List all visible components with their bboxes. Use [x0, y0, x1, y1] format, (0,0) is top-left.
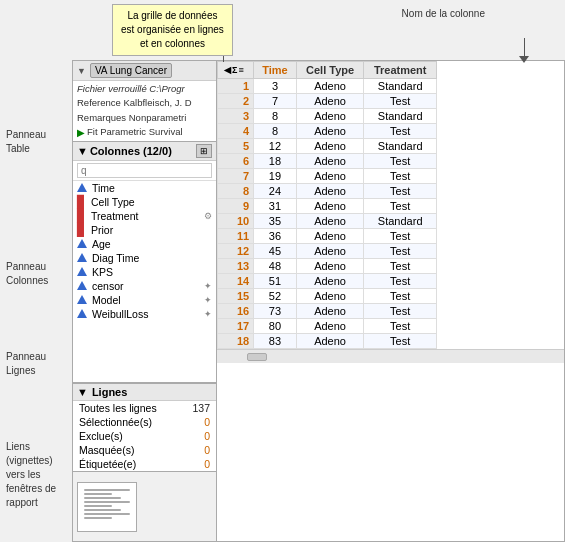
rows-panel: ▼ Lignes Toutes les lignes137Sélectionné…: [73, 383, 216, 471]
row-number: 1: [218, 79, 254, 94]
cell-type: Adeno: [296, 139, 364, 154]
rows-count: 137: [181, 401, 216, 415]
play-icon: ▶: [77, 125, 85, 140]
cell-time: 24: [254, 184, 297, 199]
label-rows: Panneau Lignes: [0, 330, 72, 430]
cell-time: 31: [254, 199, 297, 214]
cell-type: Adeno: [296, 109, 364, 124]
column-item[interactable]: ▊Prior: [73, 223, 216, 237]
rows-label: Masquée(s): [73, 443, 181, 457]
column-item[interactable]: Time: [73, 181, 216, 195]
column-item[interactable]: ▊Treatment⚙: [73, 209, 216, 223]
column-badge: ✦: [204, 281, 212, 291]
cell-treatment: Test: [364, 94, 437, 109]
rows-table-row: Étiquetée(e)0: [73, 457, 216, 471]
cell-time: 8: [254, 109, 297, 124]
cell-time: 51: [254, 274, 297, 289]
table-row: 1552AdenoTest: [218, 289, 437, 304]
table-row: 719AdenoTest: [218, 169, 437, 184]
column-name: censor: [92, 280, 201, 292]
cell-type: Adeno: [296, 199, 364, 214]
cell-time: 3: [254, 79, 297, 94]
column-name: KPS: [92, 266, 212, 278]
table-row: 48AdenoTest: [218, 124, 437, 139]
table-fit: Fit Parametric Survival: [87, 125, 183, 139]
rows-table-row: Exclue(s)0: [73, 429, 216, 443]
column-item[interactable]: Diag Time: [73, 251, 216, 265]
rows-count: 0: [181, 415, 216, 429]
table-row: 1136AdenoTest: [218, 229, 437, 244]
column-item[interactable]: ▊Cell Type: [73, 195, 216, 209]
links-panel: [73, 471, 216, 541]
table-row: 824AdenoTest: [218, 184, 437, 199]
cell-treatment: Test: [364, 199, 437, 214]
row-number: 6: [218, 154, 254, 169]
table-sum-button[interactable]: Σ: [232, 65, 237, 75]
table-filter-button[interactable]: ≡: [238, 65, 243, 75]
column-item[interactable]: Model✦: [73, 293, 216, 307]
columns-grid-button[interactable]: ⊞: [196, 144, 212, 158]
panels-and-table: ▼ VA Lung Cancer Fichier verrouillé C:\P…: [72, 60, 565, 542]
column-icon: [77, 294, 87, 306]
time-header[interactable]: Time: [254, 62, 297, 79]
table-row: 1451AdenoTest: [218, 274, 437, 289]
data-table-wrapper[interactable]: ◀ Σ ≡ Time Cell Type Treatment 13AdenoSt…: [217, 60, 565, 542]
table-row: 38AdenoStandard: [218, 109, 437, 124]
cell-time: 48: [254, 259, 297, 274]
rows-label: Exclue(s): [73, 429, 181, 443]
column-item[interactable]: Age: [73, 237, 216, 251]
tooltip-box: La grille de données est organisée en li…: [112, 4, 233, 56]
rows-label: Toutes les lignes: [73, 401, 181, 415]
table-panel-triangle[interactable]: ▼: [77, 66, 86, 76]
scroll-indicator[interactable]: [217, 349, 564, 363]
row-number: 2: [218, 94, 254, 109]
column-item[interactable]: WeibullLoss✦: [73, 307, 216, 321]
column-icon: [77, 308, 87, 320]
column-name: Diag Time: [92, 252, 212, 264]
cell-type: Adeno: [296, 319, 364, 334]
table-fit-row: ▶ Fit Parametric Survival: [77, 125, 212, 140]
cell-treatment: Standard: [364, 139, 437, 154]
column-icon: ▊: [77, 224, 86, 236]
column-name: Treatment: [91, 210, 201, 222]
cell-type: Adeno: [296, 79, 364, 94]
column-item[interactable]: KPS: [73, 265, 216, 279]
cell-treatment: Test: [364, 289, 437, 304]
cell-time: 80: [254, 319, 297, 334]
label-columns: Panneau Colonnes: [0, 200, 72, 330]
rows-table-row: Sélectionnée(s)0: [73, 415, 216, 429]
cell-treatment: Test: [364, 304, 437, 319]
table-row: 1348AdenoTest: [218, 259, 437, 274]
cell-treatment: Test: [364, 334, 437, 349]
rows-panel-triangle[interactable]: ▼: [77, 386, 88, 398]
row-number: 13: [218, 259, 254, 274]
row-number: 12: [218, 244, 254, 259]
table-row: 512AdenoStandard: [218, 139, 437, 154]
scrollbar-thumb[interactable]: [247, 353, 267, 361]
table-dropdown-button[interactable]: VA Lung Cancer: [90, 63, 172, 78]
cell-type: Adeno: [296, 244, 364, 259]
cell-treatment: Test: [364, 274, 437, 289]
tooltip-area: La grille de données est organisée en li…: [72, 0, 565, 60]
cell-time: 19: [254, 169, 297, 184]
left-panels: ▼ VA Lung Cancer Fichier verrouillé C:\P…: [72, 60, 217, 542]
thumb-line-1: [84, 489, 130, 491]
column-badge: ⚙: [204, 211, 212, 221]
columns-search[interactable]: [73, 161, 216, 181]
report-thumbnail[interactable]: [77, 482, 137, 532]
column-name: Prior: [91, 224, 212, 236]
table-row: 1883AdenoTest: [218, 334, 437, 349]
cell-time: 45: [254, 244, 297, 259]
rows-label: Étiquetée(e): [73, 457, 181, 471]
columns-panel-header: ▼ Colonnes (12/0) ⊞: [73, 142, 216, 161]
columns-panel-triangle[interactable]: ▼: [77, 145, 88, 157]
data-table: ◀ Σ ≡ Time Cell Type Treatment 13AdenoSt…: [217, 61, 437, 349]
table-reference: Reference Kalbfleisch, J. D: [77, 96, 212, 110]
search-input[interactable]: [77, 163, 212, 178]
column-name: WeibullLoss: [92, 308, 201, 320]
rows-panel-title: Lignes: [92, 386, 127, 398]
table-scroll-left[interactable]: ◀: [224, 65, 231, 75]
celltype-header[interactable]: Cell Type: [296, 62, 364, 79]
column-item[interactable]: censor✦: [73, 279, 216, 293]
treatment-header[interactable]: Treatment: [364, 62, 437, 79]
